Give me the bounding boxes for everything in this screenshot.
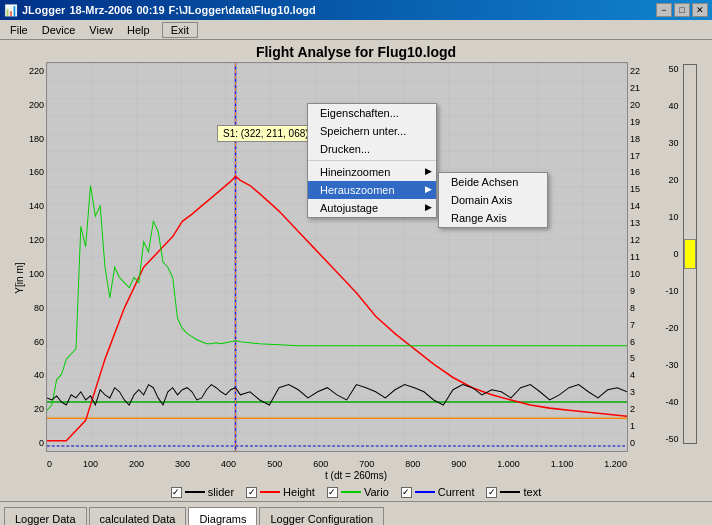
tab-logger-configuration[interactable]: Logger Configuration (259, 507, 384, 525)
ctx-sub-beide[interactable]: Beide Achsen (439, 173, 547, 191)
legend-text-check[interactable]: ✓ (486, 487, 497, 498)
ctx-sub-range[interactable]: Range Axis (439, 209, 547, 227)
ctx-eigenschaften[interactable]: Eigenschaften... (308, 104, 436, 122)
legend-height-label: Height (283, 486, 315, 498)
x-axis-labels: 0 100 200 300 400 500 600 700 800 900 1.… (47, 459, 627, 469)
title-bar-left: 📊 JLogger 18-Mrz-2006 00:19 F:\JLogger\d… (4, 4, 316, 17)
thermometer-area: 50 40 30 20 10 0 -10 -20 -30 -40 -50 (656, 62, 706, 452)
menu-device[interactable]: Device (36, 23, 82, 37)
thermo-indicator (684, 239, 696, 269)
legend-slider-check[interactable]: ✓ (171, 487, 182, 498)
ctx-hineinzoomen[interactable]: Hineinzoomen (308, 163, 436, 181)
title-bar-buttons: − □ ✕ (656, 3, 708, 17)
menu-bar: File Device View Help Exit (0, 20, 712, 40)
legend-vario-check[interactable]: ✓ (327, 487, 338, 498)
thermo-upper (684, 65, 696, 239)
y-axis-left: Y[in m] 220 200 180 160 140 120 100 80 6… (6, 62, 46, 452)
file-path: F:\JLogger\data\Flug10.logd (169, 4, 316, 16)
tab-calculated-data[interactable]: calculated Data (89, 507, 187, 525)
app-icon: 📊 (4, 4, 18, 17)
legend-current-check[interactable]: ✓ (401, 487, 412, 498)
menu-view[interactable]: View (83, 23, 119, 37)
tab-diagrams[interactable]: Diagrams (188, 507, 257, 525)
chart-tooltip: S1: (322, 211, 068) (217, 125, 315, 142)
ctx-drucken[interactable]: Drucken... (308, 140, 436, 158)
minimize-button[interactable]: − (656, 3, 672, 17)
ctx-herauszoomen[interactable]: Herauszoomen (308, 181, 436, 199)
tab-bar: Logger Data calculated Data Diagrams Log… (0, 501, 712, 525)
legend-text: ✓ text (486, 486, 541, 498)
legend-vario-line (341, 491, 361, 493)
legend-current-label: Current (438, 486, 475, 498)
tooltip-text: S1: (322, 211, 068) (223, 128, 309, 139)
legend-slider-line (185, 491, 205, 493)
chart-title: Flight Analyse for Flug10.logd (0, 40, 712, 62)
maximize-button[interactable]: □ (674, 3, 690, 17)
legend-current-line (415, 491, 435, 493)
legend-area: ✓ slider ✓ Height ✓ Vario ✓ Current ✓ te… (0, 483, 712, 501)
app-time: 00:19 (136, 4, 164, 16)
app-name: JLogger (22, 4, 65, 16)
ctx-sub-domain[interactable]: Domain Axis (439, 191, 547, 209)
context-submenu: Beide Achsen Domain Axis Range Axis (438, 172, 548, 228)
ctx-autojustage[interactable]: Autojustage (308, 199, 436, 217)
context-menu: Eigenschaften... Speichern unter... Druc… (307, 103, 437, 218)
legend-height-line (260, 491, 280, 493)
tab-logger-data[interactable]: Logger Data (4, 507, 87, 525)
close-button[interactable]: ✕ (692, 3, 708, 17)
ctx-speichern[interactable]: Speichern unter... (308, 122, 436, 140)
thermo-scale: 50 40 30 20 10 0 -10 -20 -30 -40 -50 (665, 64, 680, 444)
y-axis-right: 22 21 20 19 18 17 16 15 14 13 12 11 10 9… (628, 62, 656, 452)
menu-file[interactable]: File (4, 23, 34, 37)
thermo-lower (684, 269, 696, 443)
legend-current: ✓ Current (401, 486, 475, 498)
legend-slider: ✓ slider (171, 486, 234, 498)
legend-vario-label: Vario (364, 486, 389, 498)
legend-height-check[interactable]: ✓ (246, 487, 257, 498)
legend-slider-label: slider (208, 486, 234, 498)
y-left-label: Y[in m] (14, 263, 25, 294)
exit-button[interactable]: Exit (162, 22, 198, 38)
legend-text-line (500, 491, 520, 493)
menu-help[interactable]: Help (121, 23, 156, 37)
legend-vario: ✓ Vario (327, 486, 389, 498)
chart-area[interactable]: S1: (322, 211, 068) Eigenschaften... Spe… (46, 62, 628, 452)
ctx-sep1 (308, 160, 436, 161)
title-bar: 📊 JLogger 18-Mrz-2006 00:19 F:\JLogger\d… (0, 0, 712, 20)
app-date: 18-Mrz-2006 (69, 4, 132, 16)
legend-height: ✓ Height (246, 486, 315, 498)
thermo-bar[interactable] (683, 64, 697, 444)
legend-text-label: text (523, 486, 541, 498)
